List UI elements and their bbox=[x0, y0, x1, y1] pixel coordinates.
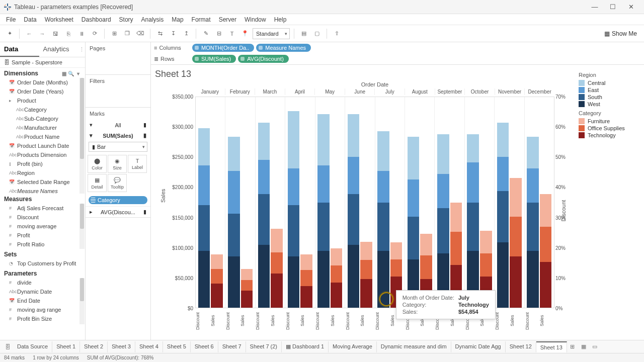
tableau-icon[interactable]: ✦ bbox=[4, 28, 15, 39]
marks-all-row[interactable]: ▾All▮ bbox=[86, 120, 150, 130]
field-manufacturer[interactable]: AbcManufacturer bbox=[0, 123, 85, 132]
swap-button[interactable]: ⇆ bbox=[154, 28, 166, 39]
forward-button[interactable]: → bbox=[37, 28, 48, 39]
marks-label-button[interactable]: TLabel bbox=[128, 155, 147, 173]
menu-analysis[interactable]: Analysis bbox=[137, 15, 168, 24]
discount-bar-february[interactable] bbox=[228, 97, 240, 308]
sales-bar-july[interactable] bbox=[390, 97, 403, 308]
sheet-tab-sheet-12[interactable]: Sheet 12 bbox=[506, 341, 536, 352]
menu-window[interactable]: Window bbox=[240, 15, 270, 24]
field-product-name[interactable]: AbcProduct Name bbox=[0, 132, 85, 141]
field-profit-bin-[interactable]: ⫿Profit (bin) bbox=[0, 159, 85, 168]
sheet-tab-moving-average[interactable]: Moving Average bbox=[329, 341, 377, 352]
menu-server[interactable]: Server bbox=[215, 15, 240, 24]
sheet-tab-sheet-5[interactable]: Sheet 5 bbox=[163, 341, 191, 352]
menu-worksheet[interactable]: Worksheet bbox=[41, 15, 77, 24]
save-button[interactable]: 🖫 bbox=[50, 28, 61, 39]
field-sub-category[interactable]: AbcSub-Category bbox=[0, 114, 85, 123]
sales-bar-march[interactable] bbox=[271, 97, 283, 308]
plot-area[interactable] bbox=[195, 97, 554, 308]
sheet-tab-sheet-1[interactable]: Sheet 1 bbox=[52, 341, 80, 352]
minimize-button[interactable]: — bbox=[586, 2, 604, 12]
field-selected-date-range[interactable]: 📅Selected Date Range bbox=[0, 177, 85, 187]
marks-detail-button[interactable]: ▦Detail bbox=[88, 174, 107, 192]
field-profit-bin-size[interactable]: #Profit Bin Size bbox=[0, 314, 85, 323]
field-products-dimension[interactable]: AbcProducts Dimension bbox=[0, 150, 85, 159]
legend-category-furniture[interactable]: Furniture bbox=[579, 118, 639, 124]
new-worksheet-icon[interactable]: ⊞ bbox=[567, 343, 578, 350]
menu-story[interactable]: Story bbox=[115, 15, 137, 24]
menu-map[interactable]: Map bbox=[168, 15, 187, 24]
sales-bar-january[interactable] bbox=[211, 97, 223, 308]
pill-measure-names[interactable]: Measure Names bbox=[256, 44, 311, 52]
show-me-button[interactable]: ▦ Show Me bbox=[601, 29, 640, 38]
back-button[interactable]: ← bbox=[24, 28, 35, 39]
sales-bar-may[interactable] bbox=[331, 97, 343, 308]
maximize-button[interactable]: ☐ bbox=[604, 2, 622, 12]
discount-bar-december[interactable] bbox=[527, 97, 539, 308]
sheet-tab-sheet-13[interactable]: Sheet 13 bbox=[536, 341, 567, 352]
marks-color-button[interactable]: ⬤Color bbox=[88, 155, 107, 173]
mark-type-dropdown[interactable]: ▮Bar bbox=[89, 142, 147, 152]
marks-sum-sales-row[interactable]: ▾SUM(Sales)▮ bbox=[86, 130, 150, 141]
cards-button[interactable]: ▤ bbox=[298, 28, 309, 39]
menu-file[interactable]: File bbox=[2, 15, 20, 24]
sheet-tab-dynamic-measure-and-dim[interactable]: Dynamic measure and dim bbox=[377, 341, 451, 352]
sheet-tab-dynamic-date-agg[interactable]: Dynamic Date Agg bbox=[451, 341, 506, 352]
new-worksheet-button[interactable]: ⊞ bbox=[109, 28, 120, 39]
viz-canvas[interactable]: Sheet 13 Order Date JanuaryFebruaryMarch… bbox=[151, 65, 574, 340]
new-story-icon[interactable]: ▭ bbox=[589, 343, 600, 350]
duplicate-button[interactable]: ❐ bbox=[122, 28, 133, 39]
sheet-tab-sheet-7[interactable]: Sheet 7 bbox=[218, 341, 246, 352]
sheet-tab-sheet-6[interactable]: Sheet 6 bbox=[191, 341, 218, 352]
discount-bar-july[interactable] bbox=[377, 97, 389, 308]
close-button[interactable]: ✕ bbox=[622, 2, 640, 12]
sales-bar-june[interactable] bbox=[360, 97, 372, 308]
tab-analytics[interactable]: Analytics bbox=[39, 42, 78, 57]
menu-data[interactable]: Data bbox=[20, 15, 40, 24]
field-measure-names[interactable]: AbcMeasure Names bbox=[0, 187, 85, 194]
new-data-button[interactable]: ⎘ bbox=[63, 28, 74, 39]
sheet-tab-dashboard-1[interactable]: ▦ Dashboard 1 bbox=[282, 341, 329, 352]
discount-bar-march[interactable] bbox=[258, 97, 270, 308]
discount-bar-september[interactable] bbox=[437, 97, 449, 308]
clear-button[interactable]: ⌫ bbox=[135, 28, 146, 39]
search-icon[interactable]: 🔍 bbox=[68, 70, 74, 76]
field-order-date-years-[interactable]: 📅Order Date (Years) bbox=[0, 87, 85, 96]
field-adj-sales-forecast[interactable]: #Adj Sales Forecast bbox=[0, 204, 85, 213]
datasource-tab-icon[interactable]: 🗄 bbox=[2, 344, 13, 350]
pill-month-order-da-[interactable]: MONTH(Order Da.. bbox=[192, 44, 254, 52]
field-product[interactable]: ▸Product bbox=[0, 96, 85, 105]
labels-button[interactable]: T bbox=[226, 28, 237, 39]
sheet-tab-sheet-2[interactable]: Sheet 2 bbox=[80, 341, 108, 352]
group-button[interactable]: ⊟ bbox=[213, 28, 224, 39]
field-order-date-months-[interactable]: 📅Order Date (Months) bbox=[0, 78, 85, 87]
field-region[interactable]: AbcRegion bbox=[0, 168, 85, 177]
menu-dashboard[interactable]: Dashboard bbox=[77, 15, 115, 24]
discount-bar-january[interactable] bbox=[198, 97, 210, 308]
field-dynamic-date[interactable]: AbcDynamic Date bbox=[0, 287, 85, 296]
field-top-customers-by-profit[interactable]: ◔Top Customers by Profit bbox=[0, 259, 85, 268]
menu-format[interactable]: Format bbox=[188, 15, 215, 24]
legend-category-office-supplies[interactable]: Office Supplies bbox=[579, 125, 639, 131]
sales-bar-september[interactable] bbox=[450, 97, 462, 308]
sheet-tab-data-source[interactable]: Data Source bbox=[13, 341, 52, 352]
field-discount[interactable]: #Discount bbox=[0, 213, 85, 222]
pill-avg-discount-[interactable]: AVG(Discount) bbox=[238, 55, 289, 63]
legend-region-west[interactable]: West bbox=[579, 101, 639, 107]
pause-button[interactable]: ⏸ bbox=[76, 28, 87, 39]
menu-help[interactable]: Help bbox=[270, 15, 291, 24]
sales-bar-october[interactable] bbox=[480, 97, 492, 308]
sheet-tab-sheet-7-2-[interactable]: Sheet 7 (2) bbox=[246, 341, 282, 352]
color-pill-category[interactable]: Category bbox=[89, 196, 147, 204]
field-end-date[interactable]: 📅End Date bbox=[0, 296, 85, 305]
field-moving-avg-range[interactable]: #moving avg range bbox=[0, 305, 85, 314]
legend-region-east[interactable]: East bbox=[579, 87, 639, 93]
pin-button[interactable]: 📍 bbox=[239, 28, 251, 39]
sales-bar-december[interactable] bbox=[540, 97, 552, 308]
present-button[interactable]: ▢ bbox=[311, 28, 323, 39]
legend-category-technology[interactable]: Technology bbox=[579, 132, 639, 138]
discount-bar-august[interactable] bbox=[408, 97, 420, 308]
new-dashboard-icon[interactable]: ▦ bbox=[578, 343, 589, 350]
pill-sum-sales-[interactable]: SUM(Sales) bbox=[192, 55, 236, 63]
